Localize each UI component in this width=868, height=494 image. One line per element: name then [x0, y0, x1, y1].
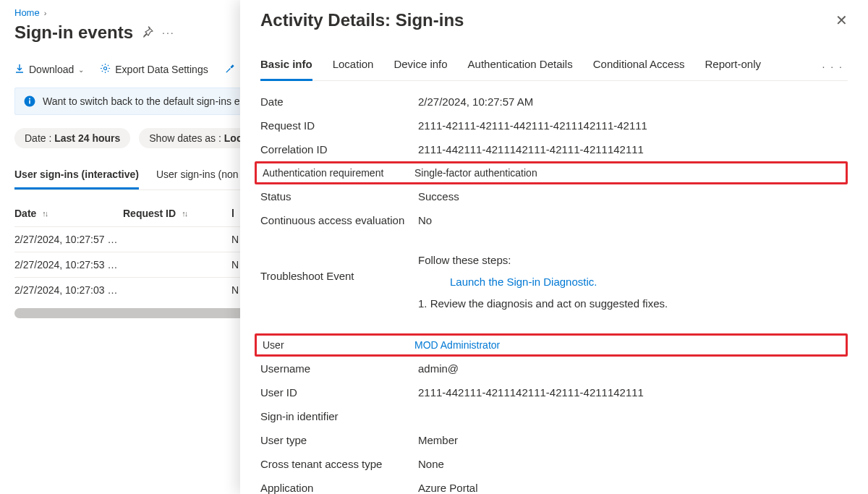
panel-title: Activity Details: Sign-ins — [260, 10, 464, 30]
download-icon — [14, 64, 25, 76]
col-request-id[interactable]: Request ID↑↓ — [123, 200, 231, 226]
panel-more-icon[interactable]: · · · — [822, 61, 848, 72]
troubleshoot-steps-text: Follow these steps: — [418, 250, 668, 271]
basic-info-section: Date 2/27/2024, 10:27:57 AM Request ID 2… — [260, 90, 848, 494]
panel-tabs: Basic info Location Device info Authenti… — [260, 52, 761, 80]
tab-basic-info[interactable]: Basic info — [260, 52, 312, 81]
cell-date: 2/27/2024, 10:27:53 … — [14, 252, 123, 277]
row-cross-tenant: Cross tenant access type None — [260, 452, 848, 476]
breadcrumb-home[interactable]: Home — [14, 7, 40, 18]
tab-device-info[interactable]: Device info — [393, 52, 447, 80]
row-auth-requirement-highlight: Authentication requirement Single-factor… — [255, 161, 848, 184]
more-icon[interactable]: ··· — [162, 27, 175, 38]
gear-icon — [100, 63, 111, 76]
sort-icon: ↑↓ — [42, 209, 47, 218]
row-application: Application Azure Portal — [260, 476, 848, 494]
sort-icon: ↑↓ — [182, 209, 187, 218]
info-bar-text: Want to switch back to the default sign-… — [43, 95, 262, 107]
row-correlation-id: Correlation ID 2111-442111-4211142111-42… — [260, 137, 848, 161]
tab-user-signins-noninteractive[interactable]: User sign-ins (non — [156, 163, 239, 189]
cell-extra: N — [231, 278, 239, 302]
row-user-highlight: User MOD Administrator — [255, 333, 848, 357]
export-settings-button[interactable]: Export Data Settings — [100, 63, 208, 76]
tab-report-only[interactable]: Report-only — [705, 52, 761, 80]
row-troubleshoot: Troubleshoot Event Follow these steps: L… — [260, 232, 848, 315]
svg-rect-2 — [29, 101, 30, 104]
page-title: Sign-in events — [14, 22, 133, 43]
info-icon — [24, 95, 35, 107]
chevron-down-icon: ⌄ — [78, 66, 84, 74]
troubleshoot-review-text: 1. Review the diagnosis and act on sugge… — [418, 293, 668, 315]
cell-request-id — [123, 278, 231, 302]
svg-point-0 — [104, 67, 107, 69]
details-panel: Activity Details: Sign-ins ✕ Basic info … — [240, 0, 868, 494]
cell-date: 2/27/2024, 10:27:03 … — [14, 278, 123, 302]
cell-extra: N — [231, 252, 239, 277]
toolbar-extra-button[interactable] — [224, 63, 235, 76]
filter-date-pill[interactable]: Date : Last 24 hours — [14, 128, 130, 148]
row-cae: Continuous access evaluation No — [260, 208, 848, 232]
user-link[interactable]: MOD Administrator — [414, 339, 500, 351]
row-signin-identifier: Sign-in identifier — [260, 404, 848, 428]
tab-location[interactable]: Location — [333, 52, 374, 80]
cell-extra: N — [231, 227, 239, 252]
launch-diagnostic-link[interactable]: Launch the Sign-in Diagnostic. — [450, 276, 597, 288]
col-date[interactable]: Date↑↓ — [14, 200, 123, 226]
close-icon[interactable]: ✕ — [835, 13, 848, 27]
row-user-id: User ID 2111-442111-4211142111-42111-421… — [260, 380, 848, 404]
pin-icon[interactable] — [142, 26, 153, 40]
row-date: Date 2/27/2024, 10:27:57 AM — [260, 90, 848, 114]
tab-auth-details[interactable]: Authentication Details — [468, 52, 573, 80]
cell-request-id — [123, 227, 231, 252]
row-username: Username admin@ — [260, 357, 848, 380]
tab-user-signins-interactive[interactable]: User sign-ins (interactive) — [14, 163, 139, 189]
row-user-type: User type Member — [260, 428, 848, 452]
svg-point-3 — [29, 98, 30, 100]
cell-request-id — [123, 252, 231, 277]
row-status: Status Success — [260, 184, 848, 208]
chevron-right-icon: › — [44, 9, 47, 17]
tab-conditional-access[interactable]: Conditional Access — [593, 52, 685, 80]
wrench-icon — [224, 63, 235, 76]
cell-date: 2/27/2024, 10:27:57 … — [14, 227, 123, 252]
download-button[interactable]: Download ⌄ — [14, 64, 84, 76]
download-label: Download — [29, 64, 74, 75]
export-settings-label: Export Data Settings — [115, 64, 208, 75]
row-request-id: Request ID 2111-42111-42111-442111-42111… — [260, 114, 848, 137]
